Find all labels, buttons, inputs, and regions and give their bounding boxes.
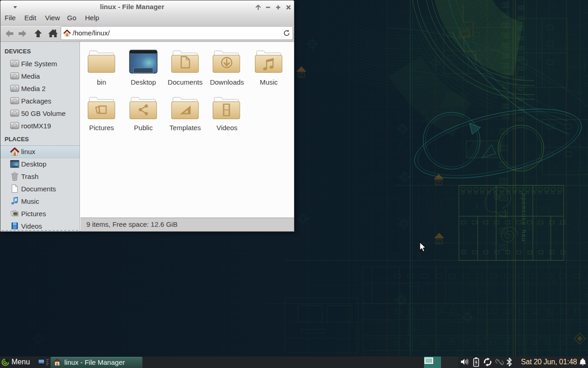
svg-text:opemsuse hau: opemsuse hau: [520, 193, 527, 242]
